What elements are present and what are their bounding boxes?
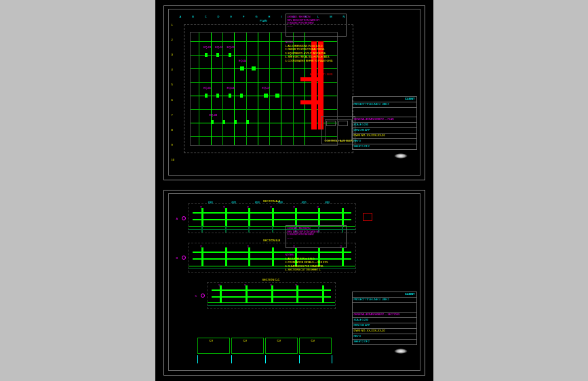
grid-col: D [218,15,220,20]
notes-line: 3. CLEARANCES PER STANDARD. [286,265,347,268]
sec-tag: ▽ [317,205,319,209]
row-grid-marks: 1 2 3 4 5 6 7 8 9 10 [172,23,178,161]
aux-building: CONTROL / AUX BLDG [321,116,355,144]
grid-row: 3 [172,53,178,56]
notes-line: 4. SEE ELECTRICAL SLD FOR DETAILS. [286,56,347,59]
equipment-tag: EQ-04 [239,60,247,62]
tb-project: PROJECT TITLE LINE 1 / LINE 2 [352,102,417,108]
dim: 6000 [302,201,307,204]
grid-row: 6 [172,98,178,102]
notes-title: NOTES: [286,254,347,257]
grid-col: B [192,15,194,20]
section-cut-label: A [176,217,178,220]
bay-label: CV [210,339,214,342]
grid-row: 5 [172,83,178,86]
tb-dwgno: DWG NO. XX-XXX-XX-02 [352,329,417,334]
detail-callout [363,213,372,221]
section-c: SECTION C-C ▽ ▽ ▽ ▽ [207,278,336,309]
title-block-sheet2: CLIENT PROJECT TITLE LINE 1 / LINE 2 GEN… [352,292,417,367]
notes-block: NOTES: 1. ALL LEVELS IN m U.N.O. 2. FOUN… [286,254,347,273]
grid-col: A [180,15,182,20]
legend-line: — — [288,25,345,28]
grid-row: 7 [172,113,178,117]
sec-tag: ▽ [270,205,272,209]
dim: 6000 [208,201,213,204]
dim: 6000 [231,201,236,204]
tb-sign: DRN CHK APP [352,128,417,134]
main-duct-cross [300,100,324,104]
notes-block: NOTES: 1. ALL DIMENSIONS IN mm U.N.O. 2.… [286,41,347,63]
grid-col: H [269,15,271,20]
tb-dwgno: DWG NO. XX-XXX-XX-01 [352,134,417,139]
framing-strip: CV CV CV CV [197,335,333,363]
legend-line: — — [288,237,345,240]
section-cut-mark [182,216,186,220]
aux-label: CONTROL / AUX BLDG [325,140,354,142]
notes-line: 2. FOUNDATION DETAILS — SEE STR. [286,261,347,264]
grid-row: 1 [172,23,178,26]
section-name: SECTION B-B [263,239,281,242]
bay-label: CV [243,339,248,342]
sec-tag: ▽ [293,205,295,209]
grid-col: E [230,15,232,20]
grid-col: F [243,15,244,20]
bay-label: CV [311,339,315,342]
notes-line: 2. REFER TO STRUCTURAL DWGS. [286,48,347,52]
dim: 6000 [278,201,283,204]
tb-sheet: SHEET 2 OF 2 [352,340,417,345]
sheet-2-frame: SECTION A-A [168,193,420,371]
company-logo-icon [394,153,408,159]
tb-scale: SCALE 1:200 [352,318,417,323]
sec-tag: ▽ [200,205,202,209]
tb-rev: REV 0 [352,139,417,144]
section-cut-label: B [176,256,178,260]
section-name: SECTION C-C [262,278,280,281]
grid-col: I [281,15,281,20]
duct-label: MAIN DUCT / BUS [310,73,333,76]
grid-row: 2 [172,38,178,41]
notes-line: 1. ALL DIMENSIONS IN mm U.N.O. [286,45,347,48]
equipment-tag: EQ-03 [227,46,235,49]
sheet-2: SECTION A-A [163,190,425,376]
bay-label: CV [277,339,281,342]
equipment-tag: EQ-06 [227,87,235,89]
cad-viewer: A B C D E F G H I J K L M N 1 2 [0,0,588,381]
tb-project: PROJECT TITLE LINE 1 / LINE 2 [352,298,417,303]
tb-sign: DRN CHK APP [352,323,417,329]
grid-row: 10 [172,158,178,161]
equipment-tag: EQ-01 [203,46,212,49]
title-block-sheet1: CLIENT PROJECT TITLE LINE 1 / LINE 2 GEN… [352,96,417,172]
section-cut-mark [201,294,205,298]
tb-title: GENERAL ARRANGEMENT — PLAN [352,117,417,123]
legend-revision-block: LEGEND / REVISION REV DESCRIPTION DATE B… [286,225,347,248]
notes-line: 3. EQUIPMENT LAYOUT INDICATIVE. [286,52,347,56]
section-body: ▽ ▽ ▽ ▽ C [207,282,336,309]
tb-title: GENERAL ARRANGEMENT — SECTIONS [352,313,417,318]
tb-sheet: SHEET 1 OF 2 [352,144,417,150]
dim: 6000 [255,201,260,204]
notes-line: 5. COORDINATES REFER TO PLANT GRID. [286,60,347,63]
tb-scale: SCALE 1:200 [352,123,417,128]
grid-col: G [255,15,257,20]
drawing-page: A B C D E F G H I J K L M N 1 2 [155,0,433,381]
plan-label: PLAN [260,20,267,22]
section-cut-label: C [195,294,197,298]
legend-revision-block: LEGEND / REVISION REV DESCRIPTION DATE B… [286,14,347,37]
main-duct-cross [300,77,324,81]
equipment-tag: EQ-02 [215,46,223,49]
tb-rev: REV 0 [352,334,417,340]
sec-tag: ▽ [223,205,225,209]
sheet-1-frame: A B C D E F G H I J K L M N 1 2 [168,9,420,176]
equipment-tag: EQ-08 [210,114,218,117]
sec-tag: ▽ [247,205,249,209]
notes-title: NOTES: [286,41,347,44]
company-logo-icon [394,348,408,354]
grid-row: 4 [172,68,178,71]
grid-col: C [205,15,207,20]
tb-client: CLIENT [352,292,417,298]
notes-line: 4. SECTIONS CUT ON SHEET 1. [286,268,347,272]
dim: 6000 [325,201,330,204]
grid-row: 9 [172,143,178,146]
grid-row: 8 [172,128,178,132]
tb-client: CLIENT [352,96,417,102]
